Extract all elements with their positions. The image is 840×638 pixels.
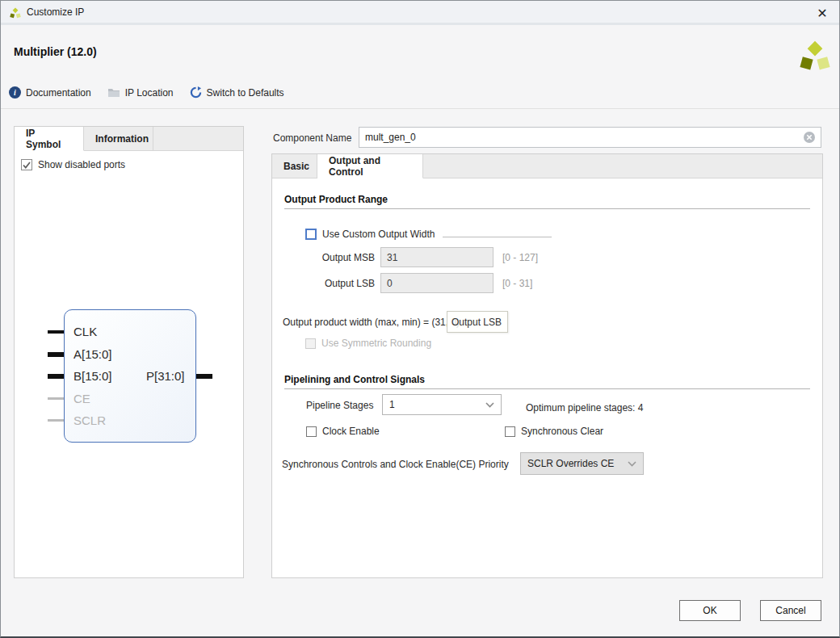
port-label-ce: CE (74, 392, 90, 405)
xilinx-logo (797, 38, 833, 73)
port-stub-sclr (48, 419, 64, 422)
documentation-label: Documentation (26, 87, 91, 99)
tab-information-label: Information (95, 133, 149, 145)
priority-dropdown: SCLR Overrides CE (520, 452, 644, 475)
component-name-field-wrap (359, 127, 821, 148)
section-pipelining: Pipelining and Control Signals (284, 374, 425, 385)
section-rule-2 (284, 388, 810, 389)
ok-button[interactable]: OK (679, 600, 741, 621)
optimum-stages-text: Optimum pipeline stages: 4 (526, 402, 643, 413)
customize-ip-dialog: Customize IP ✕ Multiplier (12.0) i Docum… (0, 0, 840, 638)
left-tabbar: IP Symbol Information (15, 127, 243, 151)
show-disabled-ports-label: Show disabled ports (38, 159, 125, 170)
chevron-down-icon (628, 461, 636, 467)
switch-defaults-label: Switch to Defaults (207, 87, 284, 99)
output-msb-field: 31 (380, 247, 494, 267)
pipeline-stages-label: Pipeline Stages (306, 400, 373, 411)
tab-output-and-control[interactable]: Output and Control (317, 154, 423, 178)
port-label-b: B[15:0] (74, 369, 112, 383)
checkbox-unchecked-icon (305, 229, 317, 240)
synchronous-clear-checkbox[interactable]: Synchronous Clear (505, 426, 603, 437)
output-msb-value: 31 (387, 252, 397, 263)
switch-to-defaults-button[interactable]: Switch to Defaults (190, 86, 284, 99)
port-label-sclr: SCLR (74, 413, 106, 427)
ip-location-button[interactable]: IP Location (107, 87, 174, 99)
checkbox-unchecked-icon (306, 426, 317, 437)
config-tabbar: Basic Output and Control (272, 154, 822, 178)
section-output-product-range: Output Product Range (284, 194, 388, 205)
close-icon[interactable]: ✕ (812, 3, 833, 23)
port-stub-b (48, 374, 64, 379)
use-custom-output-width-checkbox[interactable]: Use Custom Output Width (305, 229, 435, 240)
clear-input-icon[interactable] (803, 131, 816, 144)
group-separator-line (443, 237, 552, 237)
cancel-button[interactable]: Cancel (760, 600, 821, 621)
port-label-p: P[31:0] (146, 369, 185, 383)
pipeline-stages-dropdown[interactable]: 1 (382, 394, 502, 415)
checkbox-unchecked-icon (505, 426, 515, 437)
use-symmetric-rounding-checkbox: Use Symmetric Rounding (305, 338, 431, 349)
tab-ip-symbol-label: IP Symbol (26, 128, 72, 150)
section-rule-1 (284, 208, 810, 209)
output-lsb-range: [0 - 31] (502, 278, 532, 289)
output-msb-range: [0 - 127] (502, 252, 538, 263)
checkbox-checked-icon (21, 159, 32, 170)
port-label-a: A[15:0] (74, 347, 112, 361)
title-bar: Customize IP ✕ (1, 1, 839, 25)
tab-output-control-label: Output and Control (329, 155, 411, 178)
tab-basic-label: Basic (284, 161, 309, 172)
folder-icon (107, 87, 120, 98)
xilinx-logo-icon (9, 6, 22, 19)
product-width-text: Output product width (max, min) = (31, 0… (283, 317, 460, 328)
synchronous-clear-label: Synchronous Clear (521, 426, 603, 437)
info-icon: i (9, 86, 21, 99)
config-panel: Basic Output and Control (271, 153, 823, 578)
tab-information[interactable]: Information (84, 127, 153, 151)
documentation-button[interactable]: i Documentation (9, 86, 91, 99)
port-stub-clk (48, 330, 64, 334)
tab-basic[interactable]: Basic (272, 154, 317, 178)
priority-value: SCLR Overrides CE (527, 458, 614, 469)
output-lsb-label: Output LSB (284, 278, 375, 289)
show-disabled-ports-checkbox[interactable]: Show disabled ports (21, 159, 243, 170)
output-lsb-field: 0 (380, 273, 494, 293)
pipeline-stages-value: 1 (389, 399, 395, 410)
component-name-input[interactable] (359, 132, 803, 143)
tooltip-output-lsb: Output LSB (447, 311, 508, 333)
use-symmetric-rounding-label: Use Symmetric Rounding (321, 338, 431, 349)
tab-ip-symbol[interactable]: IP Symbol (15, 127, 84, 151)
port-stub-ce (48, 397, 64, 400)
page-title: Multiplier (12.0) (14, 45, 97, 58)
header-divider (1, 108, 840, 109)
clock-enable-checkbox[interactable]: Clock Enable (306, 426, 380, 437)
use-custom-output-width-label: Use Custom Output Width (322, 229, 435, 240)
port-stub-p (196, 374, 212, 379)
clock-enable-label: Clock Enable (322, 426, 380, 437)
port-stub-a (48, 352, 64, 357)
chevron-down-icon (485, 402, 494, 408)
priority-label: Synchronous Controls and Clock Enable(CE… (282, 459, 509, 470)
output-lsb-value: 0 (387, 278, 393, 289)
toolbar: i Documentation IP Location Switch to De… (9, 86, 284, 99)
checkbox-disabled-icon (305, 338, 316, 349)
refresh-icon (190, 86, 202, 99)
window-title: Customize IP (27, 6, 84, 18)
component-name-label: Component Name (273, 132, 351, 144)
ip-location-label: IP Location (125, 87, 174, 99)
output-msb-label: Output MSB (284, 252, 375, 263)
port-label-clk: CLK (74, 325, 97, 338)
